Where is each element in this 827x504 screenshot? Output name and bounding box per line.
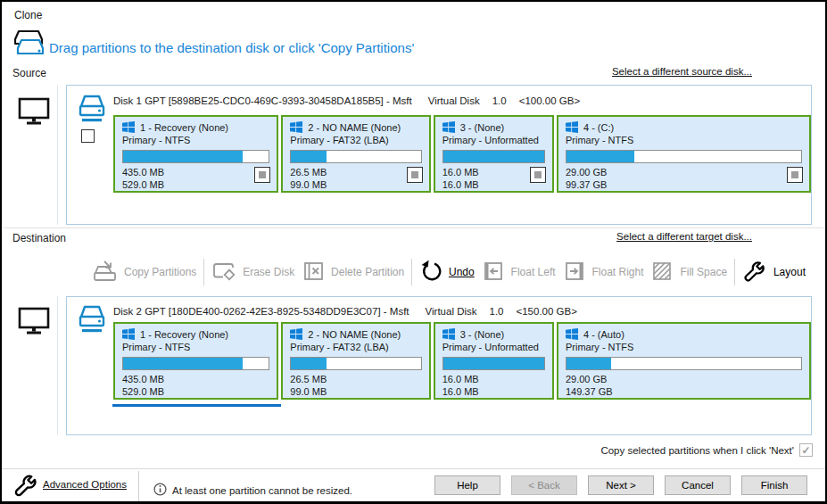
source-disk-box: Disk 1 GPT [5898BE25-CDC0-469C-9393-3045… [66,85,812,225]
help-button[interactable]: Help [434,475,500,495]
destination-partition-1[interactable]: 1 - Recovery (None) Primary - NTFS 435.0… [113,322,278,400]
destination-disk-version: 1.0 [490,306,504,317]
fill-space-button[interactable]: Fill Space [650,260,727,285]
destination-partitions-row: 1 - Recovery (None) Primary - NTFS 435.0… [113,322,811,400]
destination-partition-3[interactable]: 3 - (None) Primary - Unformatted 16.0 MB… [434,322,554,400]
destination-partition-4[interactable]: 4 - (Auto) Primary - NTFS 29.00 GB149.37… [557,322,811,400]
toolbar-separator [203,259,204,285]
destination-partition-2[interactable]: 2 - NO NAME (None) Primary - FAT32 (LBA)… [281,322,430,400]
partition-type: Primary - FAT32 (LBA) [290,342,421,352]
erase-disk-button[interactable]: Erase Disk [211,260,294,285]
partition-total: 149.37 GB [566,386,802,399]
float-right-button[interactable]: Float Right [563,260,644,285]
partition-used: 29.00 GB [566,374,802,386]
partition-usage-bar [122,357,269,370]
toolbar-label: Copy Partitions [124,266,196,278]
destination-disk-title: Disk 2 GPT [180DE400-0262-42E3-8925-5348… [113,306,577,317]
select-target-disk-link[interactable]: Select a different target disk... [616,231,752,242]
source-disk-kind: Virtual Disk [428,95,480,106]
bottombar-separator [138,471,139,503]
partition-select-button[interactable] [787,167,803,183]
copy-partitions-icon [93,259,118,286]
partition-name: 2 - NO NAME (None) [308,329,401,340]
partition-usage-bar [290,150,421,163]
partition-type: Primary - NTFS [566,342,802,352]
partition-usage-fill [123,151,243,162]
partition-usage-bar [442,150,545,163]
copy-partitions-button[interactable]: Copy Partitions [93,259,196,286]
source-disk-size: <100.00 GB> [519,95,580,106]
partition-total: 99.37 GB [566,179,802,192]
partition-name: 3 - (None) [460,329,505,340]
partition-usage-bar [566,150,802,163]
info-icon [153,483,167,498]
delete-partition-button[interactable]: Delete Partition [302,260,404,285]
partition-usage-fill [566,358,611,369]
partition-used: 435.0 MB [122,167,269,179]
resize-grip-icon[interactable] [818,495,820,497]
selected-partition-indicator [112,404,281,407]
partition-total: 529.0 MB [122,179,269,192]
destination-disk-kind: Virtual Disk [426,306,477,317]
partition-usage-fill [566,151,634,162]
cancel-button[interactable]: Cancel [665,475,731,495]
copy-selected-checkbox[interactable]: ✓ [799,443,813,457]
warning-row: At least one partition cannot be resized… [153,483,352,498]
partition-used: 26.5 MB [290,374,421,386]
source-partition-1[interactable]: 1 - Recovery (None) Primary - NTFS 435.0… [113,115,278,193]
advanced-options-wrench-icon [12,472,39,502]
next-button[interactable]: Next > [588,475,654,495]
windows-logo-icon [442,121,455,133]
page-title: Clone [14,9,42,21]
advanced-options-link[interactable]: Advanced Options [43,479,127,490]
delete-partition-icon [302,260,325,285]
layout-wrench-icon [742,259,767,286]
partition-used: 26.5 MB [290,167,421,179]
partition-name: 4 - (C:) [583,122,614,133]
finish-button[interactable]: Finish [741,475,807,495]
partition-usage-bar [442,357,545,370]
partition-select-button[interactable] [530,167,546,183]
undo-button[interactable]: Undo [419,260,475,285]
source-partition-4[interactable]: 4 - (C:) Primary - NTFS 29.00 GB99.37 GB [557,115,811,193]
dialog-buttons: Help < Back Next > Cancel Finish [434,475,807,495]
copy-selected-row: Copy selected partitions when I click 'N… [600,443,813,457]
clone-dialog: Clone Drag partitions to the destination… [0,0,827,504]
partition-name: 2 - NO NAME (None) [308,122,401,133]
back-button[interactable]: < Back [511,475,577,495]
instruction-text: Drag partitions to the destination disk … [49,40,414,55]
warning-text: At least one partition cannot be resized… [172,485,352,496]
partition-select-button[interactable] [407,167,423,183]
partition-usage-bar [122,150,269,163]
partition-usage-bar [566,357,802,370]
select-source-disk-link[interactable]: Select a different source disk... [612,66,752,77]
partition-used: 435.0 MB [122,374,269,386]
toolbar-separator [411,259,412,285]
partition-select-button[interactable] [254,167,270,183]
toolbar-label: Layout [773,266,806,278]
toolbar-label: Erase Disk [243,266,294,278]
source-disk-version: 1.0 [492,95,507,106]
partition-used: 16.0 MB [442,374,545,386]
partition-name: 1 - Recovery (None) [140,122,228,133]
float-left-button[interactable]: Float Left [482,260,556,285]
layout-button[interactable]: Layout [742,259,806,286]
partition-usage-fill [443,358,544,369]
source-computer-icon [17,97,51,129]
toolbar-label: Undo [449,266,475,278]
partition-usage-fill [291,358,326,369]
source-disk-checkbox[interactable] [81,129,95,143]
undo-icon [419,260,442,285]
source-partition-2[interactable]: 2 - NO NAME (None) Primary - FAT32 (LBA)… [281,115,430,193]
source-divider-line [57,85,58,225]
clone-disks-icon [12,29,47,64]
section-divider [4,227,823,228]
partition-used: 29.00 GB [566,167,802,179]
source-partition-3[interactable]: 3 - (None) Primary - Unformatted 16.0 MB… [434,115,554,193]
float-left-icon [482,260,505,285]
destination-computer-icon [17,307,51,339]
destination-disk-id: Disk 2 GPT [180DE400-0262-42E3-8925-5348… [113,306,409,317]
partition-type: Primary - NTFS [566,135,802,145]
destination-disk-size: <150.00 GB> [517,306,577,317]
source-label: Source [12,67,46,79]
